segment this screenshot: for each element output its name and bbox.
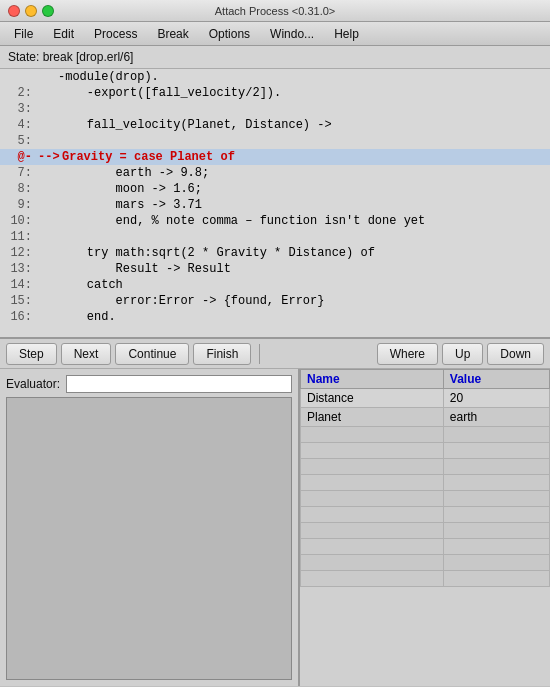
menu-window[interactable]: Windo... bbox=[260, 25, 324, 43]
code-line-14: 14: catch bbox=[0, 277, 550, 293]
minimize-button[interactable] bbox=[25, 5, 37, 17]
table-row bbox=[301, 491, 550, 507]
var-value: 20 bbox=[443, 389, 549, 408]
window-title: Attach Process <0.31.0> bbox=[215, 5, 335, 17]
code-line-11: 11: bbox=[0, 229, 550, 245]
variables-table: Name Value Distance20Planetearth bbox=[300, 369, 550, 587]
code-line-10: 10: end, % note comma – function isn't d… bbox=[0, 213, 550, 229]
var-name bbox=[301, 427, 444, 443]
code-line-1: -module(drop). bbox=[0, 69, 550, 85]
code-line-8: 8: moon -> 1.6; bbox=[0, 181, 550, 197]
code-line-13: 13: Result -> Result bbox=[0, 261, 550, 277]
window-controls[interactable] bbox=[8, 5, 54, 17]
var-name bbox=[301, 475, 444, 491]
var-value bbox=[443, 555, 549, 571]
code-line-16: 16: end. bbox=[0, 309, 550, 325]
col-name-header: Name bbox=[301, 370, 444, 389]
var-value bbox=[443, 427, 549, 443]
state-text: State: break [drop.erl/6] bbox=[8, 50, 133, 64]
down-button[interactable]: Down bbox=[487, 343, 544, 365]
maximize-button[interactable] bbox=[42, 5, 54, 17]
table-header-row: Name Value bbox=[301, 370, 550, 389]
var-name bbox=[301, 459, 444, 475]
finish-button[interactable]: Finish bbox=[193, 343, 251, 365]
var-value bbox=[443, 459, 549, 475]
menu-file[interactable]: File bbox=[4, 25, 43, 43]
code-area: -module(drop). 2: -export([fall_velocity… bbox=[0, 69, 550, 339]
table-row bbox=[301, 555, 550, 571]
table-row bbox=[301, 507, 550, 523]
menu-help[interactable]: Help bbox=[324, 25, 369, 43]
next-button[interactable]: Next bbox=[61, 343, 112, 365]
code-line-3: 3: bbox=[0, 101, 550, 117]
evaluator-panel: Evaluator: bbox=[0, 369, 300, 686]
evaluator-input[interactable] bbox=[66, 375, 292, 393]
var-value bbox=[443, 507, 549, 523]
col-value-header: Value bbox=[443, 370, 549, 389]
table-row bbox=[301, 459, 550, 475]
code-line-12: 12: try math:sqrt(2 * Gravity * Distance… bbox=[0, 245, 550, 261]
state-bar: State: break [drop.erl/6] bbox=[0, 46, 550, 69]
where-button[interactable]: Where bbox=[377, 343, 438, 365]
table-row bbox=[301, 443, 550, 459]
code-line-15: 15: error:Error -> {found, Error} bbox=[0, 293, 550, 309]
code-line-5: 5: bbox=[0, 133, 550, 149]
table-row bbox=[301, 523, 550, 539]
evaluator-label-row: Evaluator: bbox=[6, 375, 292, 393]
var-value bbox=[443, 571, 549, 587]
var-name: Planet bbox=[301, 408, 444, 427]
var-name bbox=[301, 491, 444, 507]
var-value bbox=[443, 539, 549, 555]
var-value bbox=[443, 523, 549, 539]
continue-button[interactable]: Continue bbox=[115, 343, 189, 365]
var-name bbox=[301, 571, 444, 587]
menu-break[interactable]: Break bbox=[147, 25, 198, 43]
code-line-9: 9: mars -> 3.71 bbox=[0, 197, 550, 213]
step-button[interactable]: Step bbox=[6, 343, 57, 365]
var-value: earth bbox=[443, 408, 549, 427]
var-value bbox=[443, 491, 549, 507]
evaluator-label: Evaluator: bbox=[6, 377, 60, 391]
menu-process[interactable]: Process bbox=[84, 25, 147, 43]
var-value bbox=[443, 443, 549, 459]
table-row: Planetearth bbox=[301, 408, 550, 427]
table-row bbox=[301, 539, 550, 555]
menu-bar: File Edit Process Break Options Windo...… bbox=[0, 22, 550, 46]
menu-edit[interactable]: Edit bbox=[43, 25, 84, 43]
title-bar: Attach Process <0.31.0> bbox=[0, 0, 550, 22]
var-name bbox=[301, 443, 444, 459]
table-row bbox=[301, 475, 550, 491]
var-value bbox=[443, 475, 549, 491]
var-name bbox=[301, 523, 444, 539]
code-line-4: 4: fall_velocity(Planet, Distance) -> bbox=[0, 117, 550, 133]
var-name bbox=[301, 507, 444, 523]
menu-options[interactable]: Options bbox=[199, 25, 260, 43]
var-name bbox=[301, 555, 444, 571]
table-row bbox=[301, 571, 550, 587]
code-line-7: 7: earth -> 9.8; bbox=[0, 165, 550, 181]
evaluator-textarea[interactable] bbox=[6, 397, 292, 680]
close-button[interactable] bbox=[8, 5, 20, 17]
up-button[interactable]: Up bbox=[442, 343, 483, 365]
var-name bbox=[301, 539, 444, 555]
code-line-2: 2: -export([fall_velocity/2]). bbox=[0, 85, 550, 101]
toolbar-separator bbox=[259, 344, 260, 364]
variables-panel: Name Value Distance20Planetearth bbox=[300, 369, 550, 686]
table-row: Distance20 bbox=[301, 389, 550, 408]
var-name: Distance bbox=[301, 389, 444, 408]
bottom-area: Evaluator: Name Value Distance20Planetea… bbox=[0, 369, 550, 686]
toolbar: Step Next Continue Finish Where Up Down bbox=[0, 339, 550, 369]
table-row bbox=[301, 427, 550, 443]
code-line-6: @- --> Gravity = case Planet of bbox=[0, 149, 550, 165]
